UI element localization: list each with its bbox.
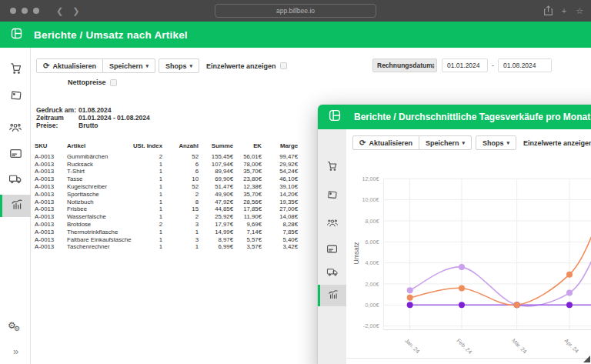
sidebar-item-reports[interactable] [0, 195, 31, 217]
share-icon[interactable] [544, 5, 553, 17]
truck-icon [8, 172, 22, 189]
svg-text:4,00€: 4,00€ [366, 259, 379, 266]
forward-icon[interactable]: ❯ [72, 6, 79, 16]
column-header: EK [233, 142, 262, 150]
svg-text:6,00€: 6,00€ [366, 239, 379, 245]
table-row: A-0013Taschenrechner116,99€3,57€3,42€ [35, 243, 304, 251]
tag-icon [9, 89, 22, 105]
chart-point[interactable] [407, 295, 413, 301]
sidebar-item-billing[interactable] [0, 144, 31, 165]
cart-icon [326, 160, 338, 175]
report-table-head: SKUArtikelUSt. IndexAnzahlSummeEKMarge [35, 142, 304, 150]
table-row: A-0013Brotdose2317,97€9,69€8,28€ [35, 221, 304, 229]
report-info: Gedruck am: 01.08.2024 Zeitraum 01.01.20… [36, 107, 150, 130]
chart-point[interactable] [566, 302, 573, 308]
screen: ❮ ❯ app.billbee.io + ☆ Berichte / Umsatz… [0, 0, 591, 364]
chart-point[interactable] [407, 302, 413, 308]
caret-down-icon: ▾ [506, 140, 509, 146]
single-values-label: Einzelwerte anzeigen [206, 62, 276, 70]
sort-arrows-icon: ▴▾ [432, 62, 435, 68]
shops-button[interactable]: Shops ▾ [476, 135, 516, 150]
save-button[interactable]: Speichern ▾ [419, 135, 472, 150]
cart-icon [9, 62, 22, 78]
svg-text:2,00€: 2,00€ [366, 281, 379, 288]
sidebar-item-customers[interactable] [318, 214, 346, 234]
refresh-icon: ⟳ [359, 139, 366, 147]
chart-point[interactable] [566, 272, 573, 278]
column-header: Anzahl [162, 142, 199, 150]
date-filter: Rechnungsdatum ▴▾ - [372, 58, 552, 72]
window-controls[interactable] [10, 8, 39, 14]
sidebar-item-orders[interactable] [318, 157, 346, 177]
back-icon[interactable]: ❮ [56, 6, 63, 16]
bookmark-icon[interactable]: ☆ [576, 6, 583, 16]
chart-point[interactable] [459, 302, 465, 308]
url-bar[interactable]: app.billbee.io [215, 4, 376, 18]
column-header: Artikel [67, 142, 129, 150]
truck-icon [326, 266, 339, 281]
chart-point[interactable] [514, 302, 520, 308]
new-tab-icon[interactable]: + [562, 6, 566, 15]
resize-handle-icon[interactable] [583, 356, 590, 362]
browser-chrome: ❮ ❯ app.billbee.io + ☆ [0, 0, 591, 22]
report-table: SKUArtikelUSt. IndexAnzahlSummeEKMarge A… [35, 142, 304, 251]
svg-text:12,00€: 12,00€ [362, 175, 379, 182]
table-row: A-0013T-Shirt1689,94€35,70€54,24€ [35, 168, 304, 175]
net-prices-control: Nettopreise [68, 78, 117, 86]
single-values-checkbox[interactable] [280, 62, 287, 69]
svg-text:Umsatz: Umsatz [352, 242, 360, 265]
sidebar-item-shipping[interactable] [318, 263, 346, 283]
column-header: Marge [262, 142, 298, 150]
date-from-input[interactable] [442, 58, 488, 72]
window-close-icon[interactable] [10, 8, 16, 14]
table-row: A-0013Wasserfalsche1225,92€11,90€14,08€ [35, 213, 304, 221]
report-table-body: A-0013Gummibärchen252155,45€56,01€99,47€… [35, 153, 304, 251]
net-prices-label: Nettopreise [68, 78, 106, 86]
users-icon [326, 217, 339, 232]
save-button[interactable]: Speichern ▾ [102, 58, 155, 73]
net-prices-checkbox[interactable] [110, 79, 117, 86]
svg-text:8,00€: 8,00€ [366, 218, 379, 225]
prices-label: Preise: [36, 122, 78, 130]
table-row: A-0013Kugelschreiber15251,47€12,38€39,10… [35, 183, 304, 191]
credit-card-icon [326, 243, 338, 258]
svg-text:Jan. 24: Jan. 24 [403, 337, 421, 355]
date-type-select[interactable]: Rechnungsdatum ▴▾ [372, 58, 437, 72]
sidebar-item-orders[interactable] [0, 58, 31, 80]
svg-text:-2,00€: -2,00€ [363, 322, 379, 329]
caret-down-icon: ▾ [145, 63, 149, 69]
window-zoom-icon[interactable] [33, 8, 39, 14]
sidebar-item-settings[interactable]: ⚙⚙ [0, 319, 31, 340]
date-to-input[interactable] [498, 58, 552, 72]
overlay-sidebar [318, 129, 346, 364]
tag-icon [326, 189, 338, 204]
chart-point[interactable] [459, 285, 465, 291]
bar-chart-icon [327, 289, 339, 303]
refresh-button[interactable]: ⟳ Aktualisieren [36, 58, 103, 73]
date-separator: - [492, 62, 494, 69]
overlay-bottom-divider [346, 358, 591, 359]
billbee-logo-icon [328, 109, 342, 125]
table-row: A-0013Frisbee11544,85€17,85€27,00€ [35, 205, 304, 213]
settings-gears-icon: ⚙⚙ [8, 322, 23, 336]
sidebar-item-customers[interactable] [0, 118, 31, 139]
table-row: A-0013Faltbare Einkaufstasche138,97€5,57… [35, 236, 304, 244]
sidebar-item-billing[interactable] [318, 240, 346, 260]
svg-text:Mär. 24: Mär. 24 [510, 337, 528, 355]
chart-point[interactable] [566, 290, 573, 296]
refresh-button[interactable]: ⟳ Aktualisieren [352, 135, 419, 150]
sidebar-item-products[interactable] [0, 86, 31, 108]
bar-chart-icon [10, 198, 24, 214]
table-row: A-0013Notizbuch1847,92€28,56€19,35€ [35, 199, 304, 206]
svg-text:10,00€: 10,00€ [362, 196, 379, 203]
chart-point[interactable] [459, 264, 465, 270]
caret-down-icon: ▾ [189, 63, 192, 69]
sidebar-item-reports[interactable] [318, 285, 346, 306]
page-title: Berichte / Umsatz nach Artikel [34, 29, 188, 41]
sidebar-item-products[interactable] [318, 186, 346, 206]
sidebar-collapse[interactable]: » [0, 340, 31, 362]
shops-button[interactable]: Shops ▾ [159, 58, 199, 73]
chart-point[interactable] [407, 287, 413, 293]
sidebar-item-shipping[interactable] [0, 169, 31, 191]
window-minimize-icon[interactable] [22, 8, 28, 14]
